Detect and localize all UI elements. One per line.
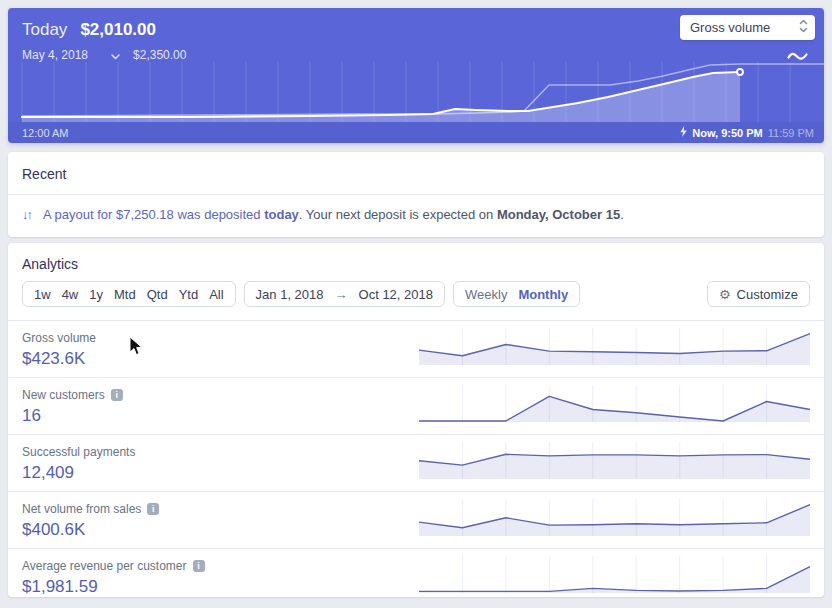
metrics-list: Gross volume $423.6K New customersi 16 S… (8, 320, 824, 597)
metric-row-gross-volume[interactable]: Gross volume $423.6K (8, 320, 824, 377)
payout-text: A payout for $7,250.18 was deposited tod… (43, 207, 624, 222)
sparkline-avg-revenue (417, 556, 812, 596)
preset-all[interactable]: All (209, 287, 223, 302)
info-icon[interactable]: i (193, 560, 205, 572)
now-time-label: Now, 9:50 PM (692, 127, 763, 139)
date-to: Oct 12, 2018 (359, 287, 433, 302)
metric-label: Average revenue per customer (22, 559, 187, 573)
sparkline-successful-payments (417, 442, 812, 482)
metric-row-new-customers[interactable]: New customersi 16 (8, 377, 824, 434)
gear-icon: ⚙ (719, 288, 731, 301)
payout-notification: ↓↑ A payout for $7,250.18 was deposited … (8, 195, 824, 234)
preset-ytd[interactable]: Ytd (179, 287, 199, 302)
preset-qtd[interactable]: Qtd (147, 287, 168, 302)
today-amount: $2,010.00 (80, 20, 156, 40)
metric-label: New customers (22, 388, 105, 402)
interval-toggle: Weekly Monthly (453, 281, 580, 307)
preset-4w[interactable]: 4w (62, 287, 79, 302)
date-range-presets: 1w 4w 1y Mtd Qtd Ytd All (22, 281, 236, 307)
hero-header: Today $2,010.00 May 4, 2018 $2,350.00 (22, 20, 186, 63)
recent-card: Recent ↓↑ A payout for $7,250.18 was dep… (8, 152, 824, 237)
metric-select-value: Gross volume (690, 20, 770, 35)
period-label: Today (22, 20, 67, 40)
recent-title: Recent (8, 152, 824, 194)
metric-select[interactable]: Gross volume (680, 15, 815, 40)
arrow-right-icon: → (335, 287, 348, 302)
sparkline-gross-volume (417, 328, 812, 368)
chart-time-axis: 12:00 AM Now, 9:50 PM 11:59 PM (8, 122, 824, 143)
bolt-icon (680, 126, 687, 139)
preset-mtd[interactable]: Mtd (114, 287, 136, 302)
preset-1w[interactable]: 1w (34, 287, 51, 302)
info-icon[interactable]: i (111, 389, 123, 401)
select-stepper-icon (799, 19, 808, 36)
analytics-card: Analytics 1w 4w 1y Mtd Qtd Ytd All Jan 1… (8, 243, 824, 597)
customize-button[interactable]: ⚙ Customize (707, 281, 810, 307)
date-range-picker[interactable]: Jan 1, 2018 → Oct 12, 2018 (244, 281, 445, 307)
metric-label: Gross volume (22, 331, 96, 345)
interval-weekly[interactable]: Weekly (465, 287, 507, 302)
compare-amount: $2,350.00 (133, 48, 186, 62)
chevron-down-icon[interactable] (111, 49, 120, 63)
interval-monthly[interactable]: Monthly (518, 287, 568, 302)
preset-1y[interactable]: 1y (89, 287, 103, 302)
today-volume-card: Today $2,010.00 May 4, 2018 $2,350.00 Gr… (8, 8, 824, 143)
metric-row-successful-payments[interactable]: Successful payments 12,409 (8, 434, 824, 491)
sparkline-net-volume (417, 499, 812, 539)
payout-arrows-icon: ↓↑ (22, 207, 33, 222)
metric-label: Successful payments (22, 445, 135, 459)
line-chart-type-icon[interactable] (787, 48, 808, 66)
metric-row-avg-revenue[interactable]: Average revenue per customeri $1,981.59 (8, 548, 824, 597)
axis-end-time: 11:59 PM (768, 127, 814, 139)
metric-label: Net volume from sales (22, 502, 141, 516)
payout-link[interactable]: A payout for $7,250.18 was deposited tod… (43, 207, 299, 222)
info-icon[interactable]: i (147, 503, 159, 515)
analytics-title: Analytics (22, 256, 810, 272)
customize-label: Customize (737, 287, 798, 302)
analytics-controls: 1w 4w 1y Mtd Qtd Ytd All Jan 1, 2018 → O… (22, 281, 810, 307)
metric-row-net-volume[interactable]: Net volume from salesi $400.6K (8, 491, 824, 548)
date-from: Jan 1, 2018 (256, 287, 324, 302)
compare-date-label[interactable]: May 4, 2018 (22, 48, 88, 62)
sparkline-new-customers (417, 385, 812, 425)
axis-start-time: 12:00 AM (22, 127, 68, 139)
